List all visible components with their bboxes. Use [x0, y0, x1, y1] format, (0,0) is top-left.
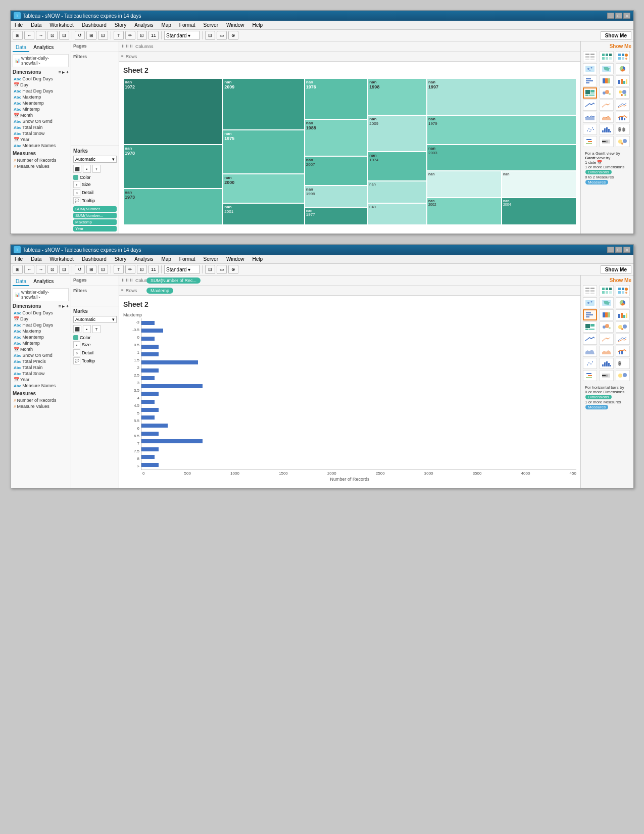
tm-cell-2007[interactable]: nan 2007 — [305, 156, 368, 186]
showme-scatter-1[interactable] — [583, 124, 597, 135]
dim-month-2[interactable]: 📅Month — [13, 346, 69, 352]
show-me-button-1[interactable]: Show Me — [601, 31, 631, 40]
showme2-treemap[interactable] — [583, 321, 597, 333]
toolbar2-btn-7[interactable]: ⊞ — [86, 265, 96, 274]
marks-size-prop-1[interactable]: ▪ Size — [73, 181, 117, 188]
tm-cell-nan2[interactable]: nan — [368, 203, 427, 225]
dim-totalprecis-2[interactable]: AbcTotal Precis — [13, 358, 69, 364]
dim-year-1[interactable]: 📅Year — [13, 136, 69, 143]
showme-gantt-1[interactable] — [583, 136, 597, 147]
tab-analytics-1[interactable]: Analytics — [30, 43, 57, 52]
tm-cell-2002[interactable]: nan 2002 — [427, 198, 502, 225]
showme2-box-whisker[interactable] — [616, 358, 630, 369]
toolbar2-btn-13[interactable]: ⊡ — [205, 265, 215, 274]
marks-tooltip-prop-2[interactable]: 💬 Tooltip — [73, 357, 117, 364]
dim-snow-1[interactable]: AbcSnow On Grnd — [13, 118, 69, 124]
showme-dual-combo-1[interactable] — [616, 112, 630, 123]
dim-mintemp-1[interactable]: AbcMintemp — [13, 106, 69, 112]
tm-cell-1997[interactable]: nan 1997 — [427, 78, 576, 115]
toolbar-btn-10[interactable]: ✏ — [125, 31, 135, 40]
toolbar-btn-14[interactable]: ▭ — [217, 31, 227, 40]
dim-cool-deg-2[interactable]: AbcCool Deg Days — [13, 310, 69, 316]
toolbar2-btn-6[interactable]: ↺ — [75, 265, 85, 274]
showme-box-whisker-1[interactable] — [616, 124, 630, 135]
toolbar2-btn-15[interactable]: ⊗ — [228, 265, 238, 274]
toolbar-btn-12[interactable]: 11 — [148, 31, 159, 40]
tm-cell-1974[interactable]: nan 1974 — [368, 152, 427, 181]
dim-month-1[interactable]: 📅Month — [13, 112, 69, 118]
tm-cell-1973[interactable]: nan 1973 — [123, 189, 223, 225]
tab-analytics-2[interactable]: Analytics — [30, 277, 57, 286]
showme-histogram-1[interactable] — [600, 124, 614, 135]
showme-highlight-table-1[interactable] — [616, 51, 630, 62]
toolbar2-btn-5[interactable]: ⊡ — [59, 265, 69, 274]
showme2-highlight-table[interactable] — [616, 285, 630, 296]
dim-mintemp-2[interactable]: AbcMintemp — [13, 340, 69, 346]
measure-values-1[interactable]: #Measure Values — [13, 163, 69, 169]
close-btn-2[interactable]: × — [623, 247, 630, 253]
showme2-dual-combo[interactable] — [616, 346, 630, 357]
showme-heat-map-1[interactable] — [600, 51, 614, 62]
marks-detail-prop-1[interactable]: ○ Detail — [73, 189, 117, 196]
showme2-gantt[interactable] — [583, 370, 597, 381]
marks-color-prop-1[interactable]: Color — [73, 175, 117, 180]
toolbar2-btn-9[interactable]: T — [114, 265, 124, 274]
tm-cell-1998[interactable]: nan 1998 — [368, 78, 427, 115]
dim-heat-deg-1[interactable]: AbcHeat Deg Days — [13, 88, 69, 94]
showme2-area-cont[interactable] — [583, 346, 597, 357]
tab-data-1[interactable]: Data — [13, 43, 29, 52]
toolbar-btn-9[interactable]: T — [114, 31, 124, 40]
menu-dashboard-1[interactable]: Dashboard — [80, 22, 109, 28]
showme2-text-table[interactable] — [583, 285, 597, 296]
tm-cell-2009b[interactable]: nan 2009 — [368, 115, 427, 152]
toolbar-btn-13[interactable]: ⊡ — [205, 31, 215, 40]
toolbar2-btn-3[interactable]: → — [36, 265, 46, 274]
showme-packed-bubbles-2[interactable] — [616, 136, 630, 147]
toolbar2-btn-1[interactable]: ⊞ — [13, 265, 23, 274]
showme2-filled-map[interactable] — [600, 297, 614, 308]
tm-cell-2001[interactable]: nan 2001 — [223, 203, 304, 225]
marks-size-icon-2[interactable]: ▪ — [83, 325, 91, 333]
marks-label-icon-1[interactable]: T — [92, 165, 101, 173]
window-controls-1[interactable]: _ □ × — [607, 13, 630, 19]
window-controls-2[interactable]: _ □ × — [607, 247, 630, 253]
toolbar2-btn-11[interactable]: ⊡ — [137, 265, 147, 274]
showme2-side-by-side[interactable] — [616, 309, 630, 320]
tm-cell-small2[interactable]: nan — [502, 171, 576, 198]
toolbar-btn-4[interactable]: ⊡ — [47, 31, 58, 40]
showme2-area-disc[interactable] — [600, 346, 614, 357]
toolbar2-btn-10[interactable]: ✏ — [125, 265, 135, 274]
marks-label-icon-2[interactable]: T — [92, 325, 101, 333]
menu-help-2[interactable]: Help — [251, 256, 265, 262]
dim-meantemp-1[interactable]: AbcMeantemp — [13, 100, 69, 106]
showme-area-disc-1[interactable] — [600, 112, 614, 123]
tm-cell-2000[interactable]: nan 2000 — [223, 174, 304, 203]
tm-cell-1988[interactable]: nan 1988 — [305, 119, 368, 156]
dim-totalsnow-1[interactable]: AbcTotal Snow — [13, 130, 69, 136]
showme2-scatter[interactable] — [583, 358, 597, 369]
showme-dual-line-1[interactable] — [616, 100, 630, 111]
showme-area-cont-1[interactable] — [583, 112, 597, 123]
menu-server-1[interactable]: Server — [202, 22, 220, 28]
marks-color-icon-2[interactable]: ⬛ — [73, 325, 81, 333]
tm-cell-1978[interactable]: nan 1978 — [123, 145, 223, 189]
close-btn-1[interactable]: × — [623, 13, 630, 19]
toolbar2-btn-2[interactable]: ← — [24, 265, 34, 274]
marks-size-icon-1[interactable]: ▪ — [83, 165, 91, 173]
measure-records-2[interactable]: #Number of Records — [13, 397, 69, 403]
standard-dropdown-1[interactable]: Standard ▾ — [164, 31, 200, 40]
showme-treemap-1[interactable] — [583, 87, 597, 99]
standard-dropdown-2[interactable]: Standard ▾ — [164, 265, 200, 274]
rows-pill-2[interactable]: Maxtemp — [146, 288, 173, 294]
marks-color-icon-1[interactable]: ⬛ — [73, 165, 81, 173]
maximize-btn-2[interactable]: □ — [615, 247, 622, 253]
showme2-stacked-bars[interactable] — [600, 309, 614, 320]
dim-totalrain-2[interactable]: AbcTotal Rain — [13, 364, 69, 370]
dim-maxtemp-1[interactable]: AbcMaxtemp — [13, 94, 69, 100]
tm-cell-1979[interactable]: nan 1979 — [427, 115, 576, 145]
showme-text-table-1[interactable] — [583, 51, 597, 62]
showme-circle-view-1[interactable] — [600, 87, 614, 99]
menu-analysis-1[interactable]: Analysis — [132, 22, 155, 28]
dim-snow-2[interactable]: AbcSnow On Grnd — [13, 352, 69, 358]
showme-cont-line-1[interactable] — [583, 100, 597, 111]
